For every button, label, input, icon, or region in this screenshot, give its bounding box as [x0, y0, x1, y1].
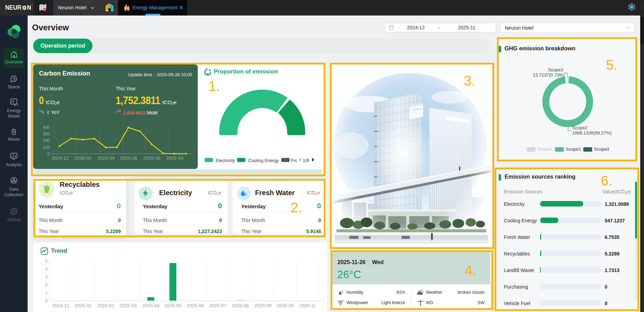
svg-text:1: 1 [45, 290, 48, 295]
svg-text:2024-12: 2024-12 [51, 155, 69, 160]
svg-text:2025-08: 2025-08 [232, 303, 249, 308]
svg-text:300: 300 [43, 132, 50, 137]
svg-text:0: 0 [45, 298, 48, 303]
svg-text:2025-02: 2025-02 [74, 155, 91, 160]
svg-text:3: 3 [45, 274, 48, 280]
svg-text:0: 0 [47, 152, 50, 157]
svg-text:400: 400 [43, 125, 50, 130]
svg-text:200: 200 [43, 138, 50, 143]
svg-text:100: 100 [43, 145, 50, 150]
svg-text:2025-03: 2025-03 [119, 303, 137, 308]
svg-text:2025-02: 2025-02 [97, 303, 114, 308]
svg-text:2024-12: 2024-12 [52, 303, 69, 308]
svg-text:2025-06: 2025-06 [187, 303, 204, 308]
svg-text:2025-10: 2025-10 [166, 155, 183, 160]
svg-text:2025-07: 2025-07 [209, 303, 226, 308]
svg-text:4: 4 [45, 266, 48, 272]
svg-text:2025-04: 2025-04 [142, 303, 159, 308]
svg-text:2025-05: 2025-05 [164, 303, 182, 308]
svg-text:2025-11: 2025-11 [299, 303, 316, 308]
svg-text:2025-06: 2025-06 [120, 155, 137, 160]
svg-text:5: 5 [45, 259, 48, 264]
svg-text:2025-08: 2025-08 [143, 155, 160, 160]
svg-text:2: 2 [45, 282, 48, 287]
svg-text:2025-10: 2025-10 [276, 303, 294, 308]
svg-text:2025-04: 2025-04 [97, 155, 115, 160]
svg-text:2025-09: 2025-09 [254, 303, 272, 308]
svg-text:2025-01: 2025-01 [75, 303, 92, 308]
